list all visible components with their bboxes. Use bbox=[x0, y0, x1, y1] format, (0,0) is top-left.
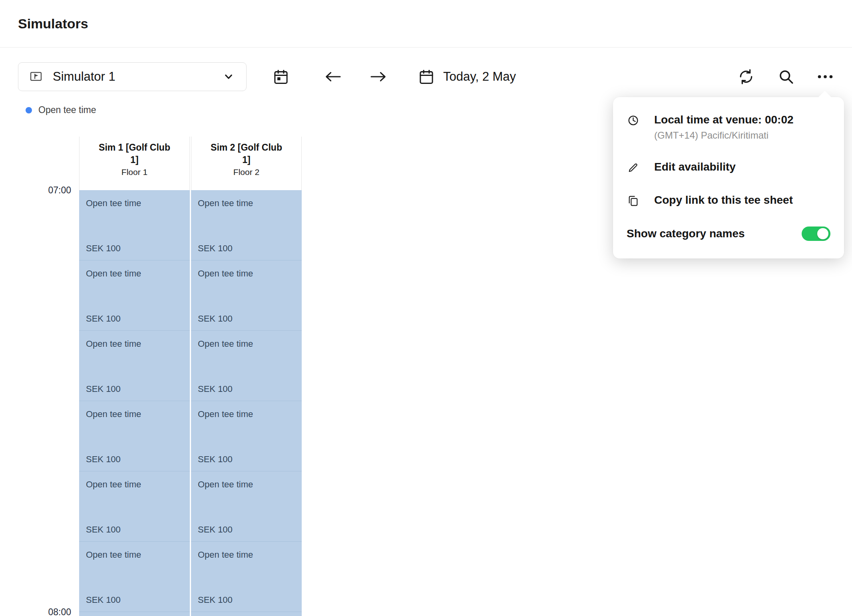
slot-price: SEK 100 bbox=[198, 454, 233, 465]
tee-time-slot[interactable]: Open tee time SEK 100 bbox=[79, 260, 190, 331]
slot-label: Open tee time bbox=[86, 550, 190, 560]
slot-price: SEK 100 bbox=[198, 595, 233, 605]
tee-time-slot[interactable]: Open tee time SEK 100 bbox=[79, 190, 190, 260]
page-title: Simulators bbox=[18, 16, 88, 32]
slot-price: SEK 100 bbox=[86, 384, 121, 394]
next-day-button[interactable] bbox=[369, 69, 388, 85]
column-cells: Open tee time SEK 100 Open tee time SEK … bbox=[79, 190, 190, 616]
menu-item-label: Edit availability bbox=[654, 160, 736, 174]
calendar-day-icon bbox=[272, 68, 290, 85]
date-display[interactable]: Today, 2 May bbox=[418, 68, 516, 85]
prev-day-button[interactable] bbox=[323, 69, 342, 85]
slot-label: Open tee time bbox=[198, 550, 302, 560]
simulator-icon bbox=[29, 70, 43, 84]
tee-time-slot[interactable]: Open tee time SEK 100 bbox=[191, 401, 302, 471]
toolbar: Simulator 1 bbox=[18, 62, 834, 91]
menu-item-label: Copy link to this tee sheet bbox=[654, 193, 793, 207]
tee-sheet: 07:00 08:00 Sim 1 [Golf Club 1] Floor 1 … bbox=[0, 137, 303, 616]
time-label: 08:00 bbox=[48, 607, 71, 616]
tee-time-slot[interactable]: Open tee time SEK 100 bbox=[79, 612, 190, 616]
column-cells: Open tee time SEK 100 Open tee time SEK … bbox=[191, 190, 302, 616]
tee-time-slot[interactable]: Open tee time SEK 100 bbox=[79, 542, 190, 612]
slot-price: SEK 100 bbox=[86, 314, 121, 324]
legend-dot bbox=[26, 107, 32, 113]
tee-time-slot[interactable]: Open tee time SEK 100 bbox=[79, 331, 190, 401]
slot-price: SEK 100 bbox=[86, 454, 121, 465]
slot-price: SEK 100 bbox=[198, 384, 233, 394]
slot-label: Open tee time bbox=[86, 409, 190, 419]
slot-label: Open tee time bbox=[86, 198, 190, 209]
menu-item-copy-link[interactable]: Copy link to this tee sheet bbox=[627, 193, 830, 207]
slot-price: SEK 100 bbox=[86, 525, 121, 535]
slot-label: Open tee time bbox=[198, 268, 302, 279]
legend-label: Open tee time bbox=[38, 105, 96, 115]
pencil-icon bbox=[627, 160, 640, 174]
slot-label: Open tee time bbox=[198, 198, 302, 209]
local-time-subtitle: (GMT+14) Pacific/Kiritimati bbox=[654, 130, 794, 141]
tee-time-slot[interactable]: Open tee time SEK 100 bbox=[191, 471, 302, 542]
date-label: Today, 2 May bbox=[443, 70, 516, 84]
tee-time-slot[interactable]: Open tee time SEK 100 bbox=[191, 612, 302, 616]
slot-label: Open tee time bbox=[86, 268, 190, 279]
column-title: Sim 2 [Golf Club 1] bbox=[205, 141, 287, 166]
search-button[interactable] bbox=[777, 68, 795, 85]
chevron-down-icon bbox=[221, 70, 236, 84]
slot-label: Open tee time bbox=[198, 479, 302, 490]
show-category-names-row: Show category names bbox=[627, 227, 830, 241]
tee-time-slot[interactable]: Open tee time SEK 100 bbox=[79, 471, 190, 542]
arrow-left-icon bbox=[323, 69, 342, 85]
local-time-item: Local time at venue: 00:02 (GMT+14) Paci… bbox=[627, 113, 830, 141]
toggle-knob bbox=[817, 228, 828, 239]
column-header: Sim 1 [Golf Club 1] Floor 1 bbox=[79, 137, 190, 190]
slot-price: SEK 100 bbox=[86, 243, 121, 254]
search-icon bbox=[777, 68, 795, 85]
options-menu: Local time at venue: 00:02 (GMT+14) Paci… bbox=[613, 97, 844, 258]
copy-icon bbox=[627, 193, 640, 207]
slot-price: SEK 100 bbox=[86, 595, 121, 605]
refresh-button[interactable] bbox=[737, 68, 755, 85]
tee-time-slot[interactable]: Open tee time SEK 100 bbox=[191, 331, 302, 401]
time-gutter: 07:00 08:00 bbox=[0, 137, 79, 616]
app-root: Simulators Simulator 1 bbox=[0, 0, 852, 616]
local-time-text: Local time at venue: 00:02 (GMT+14) Paci… bbox=[654, 113, 794, 141]
slot-price: SEK 100 bbox=[198, 525, 233, 535]
slot-label: Open tee time bbox=[86, 479, 190, 490]
slot-label: Open tee time bbox=[198, 409, 302, 419]
calendar-icon bbox=[418, 68, 435, 85]
tee-time-slot[interactable]: Open tee time SEK 100 bbox=[79, 401, 190, 471]
sheet-column-sim2: Sim 2 [Golf Club 1] Floor 2 Open tee tim… bbox=[191, 137, 302, 616]
page-header: Simulators bbox=[0, 0, 852, 48]
column-title: Sim 1 [Golf Club 1] bbox=[94, 141, 175, 166]
column-header: Sim 2 [Golf Club 1] Floor 2 bbox=[191, 137, 302, 190]
menu-caret bbox=[818, 91, 832, 104]
jump-to-date-button[interactable] bbox=[272, 68, 290, 85]
local-time-title: Local time at venue: 00:02 bbox=[654, 113, 794, 127]
more-options-button[interactable] bbox=[816, 68, 834, 85]
slot-label: Open tee time bbox=[86, 339, 190, 349]
show-category-names-toggle[interactable] bbox=[802, 227, 830, 241]
menu-item-edit-availability[interactable]: Edit availability bbox=[627, 160, 830, 174]
column-subtitle: Floor 2 bbox=[191, 167, 301, 177]
tee-time-slot[interactable]: Open tee time SEK 100 bbox=[191, 190, 302, 260]
sheet-column-sim1: Sim 1 [Golf Club 1] Floor 1 Open tee tim… bbox=[79, 137, 190, 616]
toggle-label: Show category names bbox=[627, 227, 745, 240]
ellipsis-icon bbox=[816, 68, 834, 85]
slot-price: SEK 100 bbox=[198, 243, 233, 254]
simulator-select[interactable]: Simulator 1 bbox=[18, 62, 247, 91]
refresh-icon bbox=[737, 68, 755, 85]
slot-label: Open tee time bbox=[198, 339, 302, 349]
tee-time-slot[interactable]: Open tee time SEK 100 bbox=[191, 260, 302, 331]
arrow-right-icon bbox=[369, 69, 388, 85]
tee-time-slot[interactable]: Open tee time SEK 100 bbox=[191, 542, 302, 612]
time-label: 07:00 bbox=[48, 185, 71, 196]
simulator-select-value: Simulator 1 bbox=[53, 70, 212, 84]
clock-icon bbox=[627, 113, 640, 127]
slot-price: SEK 100 bbox=[198, 314, 233, 324]
column-subtitle: Floor 1 bbox=[80, 167, 189, 177]
